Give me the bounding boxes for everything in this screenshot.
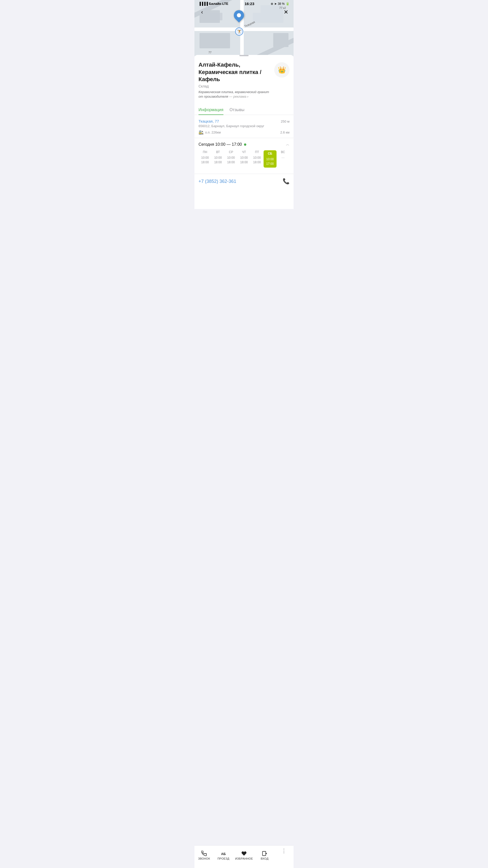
day-cell-ср: СР10:0018:00 xyxy=(224,150,237,167)
crown-icon: 👑 xyxy=(278,66,286,74)
day-name-пт: ПТ xyxy=(251,150,264,154)
transport-left: 🚉 о.п. 226км xyxy=(198,130,221,135)
business-ad: Керамическая плитка, керамический гранит… xyxy=(198,90,271,99)
nav-more[interactable]: ⋮ xyxy=(276,848,292,863)
day-times-сб: 10:0017:00 xyxy=(264,157,276,166)
map-gym-icon: 🏋 xyxy=(235,28,243,36)
signal-icon: ▐▐▐▐ xyxy=(198,2,208,6)
info-section: Ткацкая, 77 656012, Барнаул, Барнаул гор… xyxy=(194,115,294,138)
tab-info[interactable]: Информация xyxy=(198,105,223,115)
hours-today: Сегодня 10:00 — 17:00 xyxy=(198,142,246,147)
nav-favorite[interactable]: ИЗБРАННОЕ xyxy=(235,851,253,860)
ad-label: — реклама xyxy=(229,95,246,98)
hours-today-text: Сегодня 10:00 — 17:00 xyxy=(198,142,242,147)
nav-entrance-label: ВХОД xyxy=(261,857,269,860)
day-name-чт: ЧТ xyxy=(237,150,250,154)
day-cell-вс: ВС— xyxy=(276,150,290,167)
carrier: Билайн xyxy=(209,2,221,6)
day-name-вс: ВС xyxy=(276,150,290,154)
crown-badge: 👑 xyxy=(274,62,290,78)
map-pin xyxy=(234,10,244,22)
phone-number[interactable]: +7 (3852) 362-361 xyxy=(198,179,236,184)
phone-nav-icon xyxy=(201,851,207,856)
nav-route-label: ПРОЕЗД xyxy=(218,857,229,860)
ad-arrow[interactable]: › xyxy=(247,95,248,98)
day-name-вт: ВТ xyxy=(212,150,224,154)
nav-call[interactable]: ЗВОНОК xyxy=(196,851,212,860)
week-schedule: ПН10:0018:00ВТ10:0018:00СР10:0018:00ЧТ10… xyxy=(198,150,290,167)
entrance-nav-icon xyxy=(262,851,267,856)
phone-icon[interactable]: 📞 xyxy=(283,178,290,185)
status-time: 16:23 xyxy=(245,2,254,6)
bottom-nav: ЗВОНОК АБ ПРОЕЗД ИЗБРАННОЕ ВХОД ⋮ xyxy=(194,845,294,868)
distance-street: 250 м xyxy=(281,120,290,123)
svg-rect-1 xyxy=(263,851,266,856)
status-left: ▐▐▐▐ Билайн LTE xyxy=(198,2,228,6)
drag-handle[interactable] xyxy=(239,55,249,56)
nav-route[interactable]: АБ ПРОЕЗД xyxy=(216,851,231,860)
close-button[interactable]: ✕ xyxy=(281,8,291,17)
status-bar: ▐▐▐▐ Билайн LTE 16:23 ⊕ ➤ 38 % 🔋 xyxy=(194,0,294,7)
battery-pct: 38 % xyxy=(278,2,285,6)
day-name-сб: СБ xyxy=(264,152,276,155)
more-icon[interactable]: ⋮ xyxy=(281,848,287,858)
day-name-ср: СР xyxy=(224,150,237,154)
business-header: Алтай-Кафель, Керамическая плитка / Кафе… xyxy=(194,59,294,103)
location-icon: ⊕ xyxy=(271,2,273,6)
day-cell-чт: ЧТ10:0018:00 xyxy=(237,150,250,167)
hours-section: Сегодня 10:00 — 17:00 ︿ ПН10:0018:00ВТ10… xyxy=(194,138,294,174)
day-cell-сб: СБ10:0017:00 xyxy=(264,150,276,167)
transport-distance: 2.6 км xyxy=(280,130,290,134)
map-area: 77 77 к2 Ткацкая 🏋 ‹ ✕ xyxy=(194,0,294,56)
day-times-пт: 10:0018:00 xyxy=(251,155,264,164)
transport-stop: о.п. 226км xyxy=(205,130,221,134)
route-nav-icon: АБ xyxy=(221,851,226,856)
business-info: Алтай-Кафель, Керамическая плитка / Кафе… xyxy=(198,61,271,99)
status-right: ⊕ ➤ 38 % 🔋 xyxy=(271,2,290,6)
hours-toggle[interactable]: ︿ xyxy=(286,142,290,147)
hours-header: Сегодня 10:00 — 17:00 ︿ xyxy=(198,142,290,147)
train-icon: 🚉 xyxy=(198,130,204,135)
svg-text:АБ: АБ xyxy=(221,852,226,856)
business-category: Склад xyxy=(198,84,271,88)
day-times-вт: 10:0018:00 xyxy=(212,155,224,164)
back-button[interactable]: ‹ xyxy=(197,8,207,17)
tabs: Информация Отзывы xyxy=(194,105,294,115)
day-times-ср: 10:0018:00 xyxy=(224,155,237,164)
day-cell-пт: ПТ10:0018:00 xyxy=(251,150,264,167)
nav-entrance[interactable]: ВХОД xyxy=(257,851,272,860)
open-indicator xyxy=(244,144,246,146)
map-building-77: 77 xyxy=(208,51,212,54)
battery-icon: 🔋 xyxy=(286,2,290,6)
gps-icon: ➤ xyxy=(274,2,277,6)
nav-favorite-label: ИЗБРАННОЕ xyxy=(235,857,253,860)
day-times-пн: 10:0018:00 xyxy=(198,155,212,164)
network-type: LTE xyxy=(222,2,228,6)
day-cell-пн: ПН10:0018:00 xyxy=(198,150,212,167)
tab-reviews[interactable]: Отзывы xyxy=(229,105,245,115)
address-street[interactable]: Ткацкая, 77 xyxy=(198,119,264,123)
phone-section: +7 (3852) 362-361 📞 xyxy=(194,174,294,189)
day-times-вс: — xyxy=(276,155,290,160)
content-panel: Алтай-Кафель, Керамическая плитка / Кафе… xyxy=(194,55,294,209)
days-row: ПН10:0018:00ВТ10:0018:00СР10:0018:00ЧТ10… xyxy=(198,150,290,167)
address-block: Ткацкая, 77 656012, Барнаул, Барнаул гор… xyxy=(198,119,264,128)
transport-row: 🚉 о.п. 226км 2.6 км xyxy=(198,130,290,135)
day-name-пн: ПН xyxy=(198,150,212,154)
day-times-чт: 10:0018:00 xyxy=(237,155,250,164)
day-cell-вт: ВТ10:0018:00 xyxy=(212,150,224,167)
address-row: Ткацкая, 77 656012, Барнаул, Барнаул гор… xyxy=(198,119,290,128)
business-name: Алтай-Кафель, Керамическая плитка / Кафе… xyxy=(198,61,271,83)
address-full: 656012, Барнаул, Барнаул городской округ xyxy=(198,124,264,128)
heart-nav-icon xyxy=(241,851,247,856)
nav-call-label: ЗВОНОК xyxy=(198,857,210,860)
